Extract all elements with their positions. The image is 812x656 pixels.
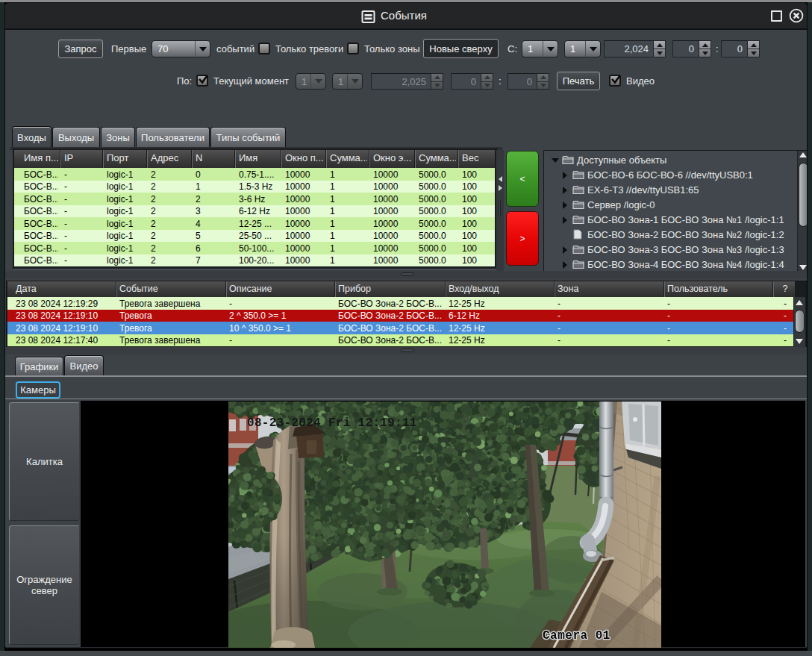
svg-text:Camera 01: Camera 01 (543, 629, 610, 643)
svg-text:08-23-2024 Fri 12:19:11: 08-23-2024 Fri 12:19:11 (247, 416, 417, 430)
